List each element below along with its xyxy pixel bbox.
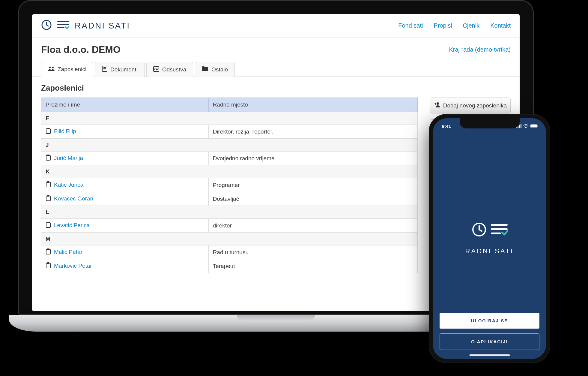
employee-job-cell: Terapeut xyxy=(208,259,417,273)
letter-divider: M xyxy=(41,233,418,245)
employee-link[interactable]: Kovačec Goran xyxy=(54,195,93,202)
brand-label: RADNI SATI xyxy=(75,21,130,31)
table-row[interactable]: Filić FilipDirektor, režija, reporter. xyxy=(41,125,418,139)
svg-rect-16 xyxy=(46,223,50,227)
employee-link[interactable]: Katić Jurica xyxy=(54,182,83,188)
employee-link[interactable]: Malić Petar xyxy=(54,249,82,255)
table-row[interactable]: Levatić Pericadirektor xyxy=(41,219,418,233)
employee-link[interactable]: Filić Filip xyxy=(54,128,76,134)
svg-rect-11 xyxy=(47,155,49,156)
phone-about-button[interactable]: O APLIKACIJI xyxy=(440,333,539,350)
nav-propisi[interactable]: Propisi xyxy=(434,22,452,29)
clipboard-icon xyxy=(46,248,51,256)
svg-rect-14 xyxy=(46,196,50,201)
svg-rect-10 xyxy=(46,155,50,160)
main-tabs: Zaposlenici Dokumenti Odsustva Ostalo xyxy=(32,62,520,77)
employee-table-wrapper: Prezime i ime Radno mjesto FFilić FilipD… xyxy=(41,98,418,273)
tab-dokumenti[interactable]: Dokumenti xyxy=(95,62,145,77)
people-icon xyxy=(48,66,55,73)
clock-icon xyxy=(41,20,52,32)
svg-rect-12 xyxy=(46,182,50,187)
svg-rect-20 xyxy=(46,263,50,268)
employee-job-cell: Direktor, režija, reporter. xyxy=(208,125,417,139)
clipboard-icon xyxy=(46,195,51,203)
employee-job-cell: Rad u turnusu xyxy=(208,245,417,259)
svg-rect-21 xyxy=(47,262,49,264)
svg-rect-6 xyxy=(156,69,157,70)
home-indicator[interactable] xyxy=(469,354,510,356)
employee-name-cell[interactable]: Malić Petar xyxy=(41,245,209,259)
list-check-icon xyxy=(57,20,69,31)
table-row[interactable]: Jurić MarijaDvotjedno radno vrijeme xyxy=(41,152,418,165)
person-plus-icon xyxy=(434,102,440,109)
clipboard-icon xyxy=(46,128,51,135)
th-job[interactable]: Radno mjesto xyxy=(208,98,417,112)
employee-name-cell[interactable]: Levatić Perica xyxy=(41,219,209,233)
tab-ostalo[interactable]: Ostalo xyxy=(195,62,235,77)
th-name[interactable]: Prezime i ime xyxy=(41,98,209,112)
employee-job-cell: Programer xyxy=(208,178,417,192)
tab-zaposlenici[interactable]: Zaposlenici xyxy=(41,62,93,77)
tab-label: Ostalo xyxy=(211,66,228,73)
svg-rect-18 xyxy=(46,249,50,254)
table-row[interactable]: Malić PetarRad u turnusu xyxy=(41,245,418,259)
tab-odsustva[interactable]: Odsustva xyxy=(146,62,193,77)
svg-point-22 xyxy=(437,102,439,105)
clipboard-icon xyxy=(46,222,51,229)
table-row[interactable]: Kovačec GoranDostavljač xyxy=(41,192,418,206)
employee-name-cell[interactable]: Kovačec Goran xyxy=(41,192,209,206)
svg-rect-17 xyxy=(47,222,49,223)
svg-rect-15 xyxy=(47,195,49,197)
phone-login-button[interactable]: ULOGIRAJ SE xyxy=(440,313,539,329)
nav-kontakt[interactable]: Kontakt xyxy=(490,22,511,29)
laptop-hinge-notch xyxy=(237,315,315,320)
document-icon xyxy=(102,66,107,73)
employee-name-cell[interactable]: Katić Jurica xyxy=(41,178,209,192)
tab-label: Zaposlenici xyxy=(58,66,86,73)
add-employee-button[interactable]: Dodaj novog zaposlenika xyxy=(430,98,511,113)
company-title: Floa d.o.o. DEMO xyxy=(41,44,121,55)
employee-job-cell: Dvotjedno radno vrijeme xyxy=(208,152,417,165)
employee-link[interactable]: Marković Petar xyxy=(54,263,92,269)
nav-cjenik[interactable]: Cjenik xyxy=(463,22,480,29)
tab-label: Odsustva xyxy=(162,66,186,73)
tab-label: Dokumenti xyxy=(110,66,138,73)
svg-rect-5 xyxy=(154,69,155,70)
clock-icon xyxy=(472,222,487,238)
svg-rect-19 xyxy=(47,248,49,250)
clipboard-icon xyxy=(46,155,51,162)
svg-rect-13 xyxy=(47,181,49,183)
end-session-link[interactable]: Kraj rada (demo-tvrtka) xyxy=(449,46,511,53)
svg-rect-9 xyxy=(47,128,49,129)
phone-frame: 9:41 RADNI SATI ULOGIRAJ SE O APLIKACIJI xyxy=(429,114,550,363)
folder-icon xyxy=(202,66,208,73)
letter-divider: K xyxy=(41,165,418,178)
svg-rect-8 xyxy=(46,129,50,134)
topbar: RADNI SATI Fond sati Propisi Cjenik Kont… xyxy=(32,14,520,38)
employee-table: Prezime i ime Radno mjesto FFilić FilipD… xyxy=(41,98,418,273)
phone-brand-label: RADNI SATI xyxy=(465,247,514,255)
calendar-icon xyxy=(153,66,159,73)
table-row[interactable]: Katić JuricaProgramer xyxy=(41,178,418,192)
employee-link[interactable]: Levatić Perica xyxy=(54,222,90,228)
employee-name-cell[interactable]: Jurić Marija xyxy=(41,152,209,165)
phone-device: 9:41 RADNI SATI ULOGIRAJ SE O APLIKACIJI xyxy=(429,114,550,363)
letter-divider: F xyxy=(41,112,418,125)
phone-brand-logo xyxy=(472,222,508,238)
company-bar: Floa d.o.o. DEMO Kraj rada (demo-tvrtka) xyxy=(32,38,520,62)
letter-divider: J xyxy=(41,139,418,152)
brand[interactable]: RADNI SATI xyxy=(41,20,130,32)
nav-fond-sati[interactable]: Fond sati xyxy=(398,22,423,29)
phone-screen: 9:41 RADNI SATI ULOGIRAJ SE O APLIKACIJI xyxy=(433,118,546,359)
employee-name-cell[interactable]: Filić Filip xyxy=(41,125,209,139)
topnav: Fond sati Propisi Cjenik Kontakt xyxy=(398,22,511,29)
clipboard-icon xyxy=(46,181,51,189)
section-title: Zaposlenici xyxy=(32,77,520,98)
svg-rect-7 xyxy=(157,69,158,70)
list-check-icon xyxy=(491,223,508,237)
employee-name-cell[interactable]: Marković Petar xyxy=(41,259,209,273)
employee-job-cell: direktor xyxy=(208,219,417,233)
table-row[interactable]: Marković PetarTerapeut xyxy=(41,259,418,273)
employee-link[interactable]: Jurić Marija xyxy=(54,155,83,161)
employee-job-cell: Dostavljač xyxy=(208,192,417,206)
